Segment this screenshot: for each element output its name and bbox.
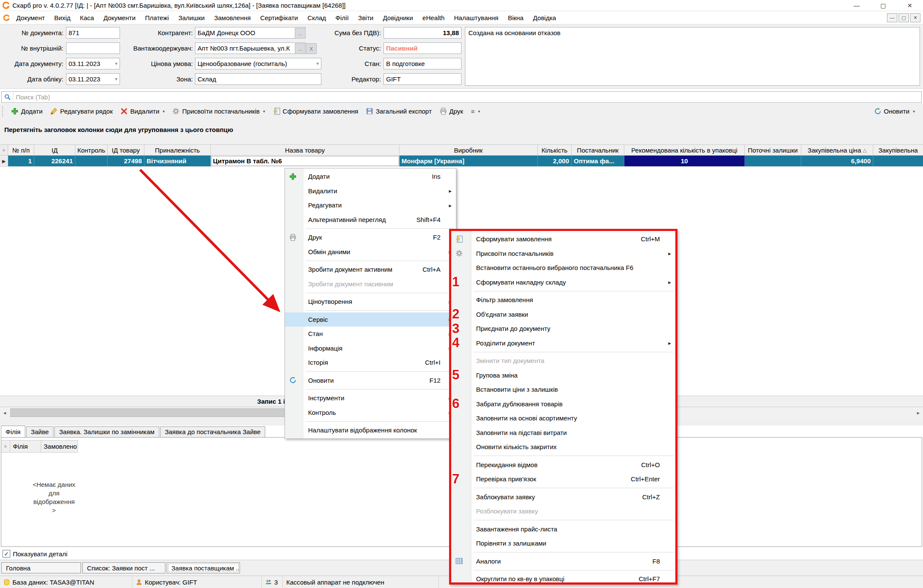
submenu-item-sformuvaty-zamovlennia[interactable]: Сформувати замовлення Ctrl+M [451, 232, 675, 246]
context-menu-item-istoriia[interactable]: Історія Ctrl+I [285, 355, 456, 370]
submenu-item-zavantazhennia-prais[interactable]: Завантаження прайс-листа [451, 522, 675, 537]
context-menu-item-servis[interactable]: Сервіс ▸ [285, 312, 456, 327]
submenu-item-vstanovyty-ostannoho[interactable]: Встановити останнього вибраного постачал… [451, 261, 675, 275]
search-bar[interactable] [1, 91, 922, 103]
submenu-item-analohy[interactable]: Аналоги F8 [451, 554, 675, 569]
menu-dokument[interactable]: Документ [12, 11, 50, 24]
context-menu-item-alternatyvnyi[interactable]: Альтернативний перегляд Shift+F4 [285, 213, 456, 227]
submenu-item-vstanovyty-tsiny[interactable]: Встановити ціни з залишків [451, 382, 675, 397]
contractor-field[interactable] [195, 27, 306, 39]
acc-date-field[interactable]: ▾ [66, 73, 120, 85]
contractor-input[interactable] [195, 29, 305, 36]
child-close-button[interactable]: ✕ [910, 13, 920, 22]
submenu-item-obiednaty-zaiavky[interactable]: 2 Об'єднати заявки [451, 307, 675, 322]
menu-sklad[interactable]: Склад [303, 11, 330, 24]
print-button[interactable]: Друк [436, 105, 467, 117]
submenu-item-zablokuvaty-zaiavku[interactable]: Заблокувати заявку Ctrl+Z [451, 490, 675, 504]
minimize-button[interactable]: — [843, 0, 870, 11]
detail-column-zamovleno[interactable]: Замовлено [41, 441, 78, 452]
sort-indicator-icon[interactable]: △ [863, 147, 866, 153]
column-header-name[interactable]: Назва товару [211, 145, 399, 155]
tab-zaive[interactable]: Зайве [26, 426, 54, 437]
column-header-recommended[interactable]: Рекомендована кількість в упаковці [624, 145, 745, 155]
menu-sertyfikaty[interactable]: Сертифікати [255, 11, 303, 24]
chevron-down-icon[interactable]: ▾ [115, 76, 120, 82]
menu-zamovlennia[interactable]: Замовлення [210, 11, 255, 24]
delete-button[interactable]: Видалити▾ [117, 105, 168, 117]
column-header-stock[interactable]: Поточні залишки [745, 145, 801, 155]
submenu-item-pryiednaty-do-dokumentu[interactable]: 3 Приєднати до документу [451, 321, 675, 336]
tab-zaiavka-postachalnyka[interactable]: Заявка до постачальника Зайве [160, 426, 266, 437]
doc-date-field[interactable]: ▾ [66, 58, 120, 69]
context-menu-item-onovyty[interactable]: Оновити F12 [285, 373, 456, 388]
close-button[interactable]: ✕ [896, 0, 923, 11]
submenu-item-hrupova-zmina[interactable]: 5 Групова зміна [451, 368, 675, 383]
submenu-item-perekydannia-vidmov[interactable]: Перекидання відмов Ctrl+O [451, 458, 675, 472]
child-restore-button[interactable]: ▢ [899, 13, 909, 22]
zone-input[interactable] [195, 75, 321, 83]
column-header-id[interactable]: ІД [34, 145, 75, 155]
menu-dovidka[interactable]: Довідка [528, 11, 561, 24]
submenu-item-filtr-zamovlennia[interactable]: Фільтр замовлення [451, 293, 675, 307]
cell-recommended[interactable]: 10 [624, 156, 745, 166]
cell-origin[interactable]: Вітчизняний [144, 156, 211, 166]
dropdown-arrow-icon[interactable]: ▾ [163, 109, 165, 114]
zone-field[interactable] [195, 73, 321, 85]
menu-platezhi[interactable]: Платежі [140, 11, 174, 24]
doc-number-input[interactable] [66, 29, 120, 36]
context-menu-item-redahuvaty[interactable]: Редагувати ▸ [285, 198, 456, 213]
window-tab-spysok[interactable]: Список: Заявки пост ... [82, 562, 165, 573]
cell-price2[interactable] [873, 156, 923, 166]
menu-zalyshky[interactable]: Залишки [174, 11, 210, 24]
cell-stock[interactable] [745, 156, 801, 166]
doc-number-field[interactable] [66, 27, 120, 39]
submenu-item-okruhlyty[interactable]: Округлити по кв-ву в упаковці Ctrl+F7 [451, 572, 675, 586]
submenu-item-zapovnyty-vytraty[interactable]: Заповнити на підставі витрати [451, 426, 675, 440]
general-export-button[interactable]: Загальний експорт [362, 105, 436, 117]
context-menu-item-nalashtuvaty-kolonky[interactable]: Налаштувати відображення колонок [285, 423, 456, 438]
column-header-product-id[interactable]: ІД товару [108, 145, 144, 155]
dropdown-arrow-icon[interactable]: ▾ [263, 109, 265, 114]
cell-qty[interactable]: 2,000 [538, 156, 572, 166]
cell-control[interactable] [75, 156, 108, 166]
scroll-left-icon[interactable]: ◄ [0, 407, 9, 418]
assign-suppliers-button[interactable]: Присвоїти постачальників▾ [168, 105, 269, 117]
submenu-item-zabraty-dubliuvannia[interactable]: 6 Забрати дублювання товарів [451, 397, 675, 411]
cell-price[interactable]: 6,9400 [801, 156, 873, 166]
window-tab-holovna[interactable]: Головна [1, 562, 81, 573]
tab-zalyshky-zaminnyky[interactable]: Заявка. Залишки по замінникам [54, 426, 159, 437]
menu-kasa[interactable]: Каса [75, 11, 99, 24]
chevron-down-icon[interactable]: ▾ [115, 61, 120, 66]
column-header-supplier[interactable]: Постачальник [572, 145, 624, 155]
menu-vyhid[interactable]: Вихід [50, 11, 75, 24]
column-header-qty[interactable]: Кількість [538, 145, 572, 155]
memo-field[interactable]: Создана на основании отказов [465, 27, 920, 86]
contractor-browse-button[interactable]: ... [295, 28, 306, 39]
context-menu-item-dodaty[interactable]: Додати Ins [285, 169, 456, 184]
cell-name[interactable]: Цитрамон В табл. №6 [211, 156, 399, 166]
submenu-item-prysvoity-postachalnykiv[interactable]: Присвоїти постачальників ▸ [451, 246, 675, 261]
column-header-price2[interactable]: Закупівельна [873, 145, 923, 155]
context-menu-item-informatsiia[interactable]: Інформація ▸ [285, 341, 456, 356]
context-menu-item-kontrol[interactable]: Контроль ▸ [285, 405, 456, 420]
context-menu-item-tsinoutvorennia[interactable]: Ціноутворення ▸ [285, 294, 456, 309]
context-menu-item-druk[interactable]: Друк F2 [285, 230, 456, 245]
refresh-button[interactable]: Оновити▾ [870, 105, 919, 117]
consignee-browse-button[interactable]: ... [295, 43, 306, 54]
menu-dokumenty[interactable]: Документи [99, 11, 140, 24]
column-header-control[interactable]: Контроль [75, 145, 108, 155]
submenu-item-porivniaty-zalyshky[interactable]: Порівняти з залишками [451, 536, 675, 551]
price-condition-field[interactable]: ▾ [195, 58, 321, 69]
submenu-item-perevirka-pryviazok[interactable]: 7 Перевірка прив'язок Ctrl+Enter [451, 472, 675, 486]
sum-input[interactable] [384, 29, 461, 36]
cell-id[interactable]: 226241 [34, 156, 75, 166]
status-field[interactable] [384, 42, 462, 54]
cell-product-id[interactable]: 27498 [108, 156, 144, 166]
price-condition-input[interactable] [195, 60, 311, 67]
search-icon[interactable] [2, 92, 13, 102]
consignee-input[interactable] [195, 45, 305, 52]
submenu-item-zapovnyty-asortyment[interactable]: Заповнити на основі асортименту [451, 411, 675, 426]
add-button[interactable]: Додати [7, 105, 46, 117]
cell-num[interactable]: 1 [8, 156, 34, 166]
maximize-button[interactable]: ▢ [870, 0, 896, 11]
